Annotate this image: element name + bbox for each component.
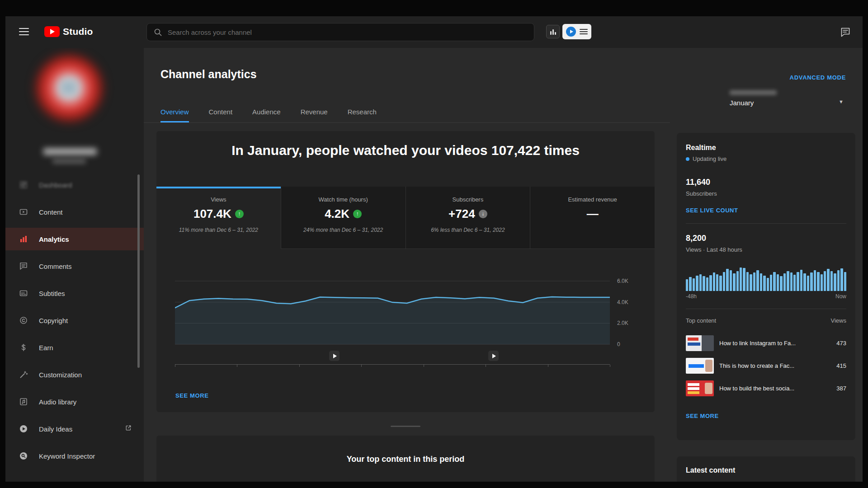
tab-revenue[interactable]: Revenue — [301, 101, 328, 122]
realtime-bar — [696, 276, 698, 291]
sidebar-item-label: Keyword Inspector — [39, 452, 95, 460]
arrow-up-circle-icon: ↑ — [353, 210, 362, 218]
realtime-bar — [733, 273, 735, 291]
sidebar-item-content[interactable]: Content — [5, 201, 144, 223]
feedback-icon[interactable] — [840, 27, 851, 39]
sidebar-item-keyword-inspector[interactable]: Keyword Inspector — [5, 445, 144, 467]
search-bar[interactable] — [146, 23, 534, 41]
channel-subtitle-redacted — [52, 159, 86, 164]
sidebar-item-comments[interactable]: Comments — [5, 255, 144, 277]
sidebar-item-earn[interactable]: Earn — [5, 336, 144, 359]
realtime-subscribers-value: 11,640 — [686, 178, 846, 187]
copyright-icon — [19, 316, 28, 325]
tab-content[interactable]: Content — [209, 101, 233, 122]
arrow-down-circle-icon: ↓ — [479, 210, 487, 218]
sidebar-item-label: Subtitles — [39, 290, 65, 297]
realtime-bar — [736, 271, 739, 291]
sidebar-item-analytics[interactable]: Analytics — [5, 228, 144, 250]
stats-extension-icon[interactable] — [546, 25, 560, 38]
customization-icon — [19, 370, 28, 379]
realtime-bar — [726, 269, 728, 291]
realtime-bar — [753, 272, 755, 291]
list-item[interactable]: This is how to create a Fac... 415 — [686, 356, 846, 375]
realtime-bar — [746, 272, 749, 291]
extension-menu-icon[interactable] — [580, 28, 588, 36]
sidebar-item-dashboard[interactable]: Dashboard — [5, 174, 144, 196]
realtime-bar — [824, 271, 826, 291]
realtime-bar — [827, 269, 829, 291]
realtime-axis-labels: -48h Now — [686, 293, 846, 300]
video-published-marker[interactable] — [329, 351, 340, 361]
app-window: Studio — [5, 16, 863, 482]
realtime-bar — [740, 267, 742, 291]
date-range-selector[interactable]: January ▼ — [730, 90, 844, 107]
see-more-link[interactable]: SEE MORE — [175, 392, 208, 399]
sidebar-item-audio-library[interactable]: Audio library — [5, 390, 144, 413]
metric-views[interactable]: Views 107.4K ↑ 11% more than Dec 6 – 31,… — [156, 187, 281, 249]
chevron-down-icon: ▼ — [839, 93, 844, 104]
y-tick-label: 0 — [617, 341, 620, 347]
live-dot-icon — [686, 157, 689, 161]
divider — [686, 223, 846, 224]
realtime-bar — [743, 268, 745, 291]
sidebar-item-subtitles[interactable]: Subtitles — [5, 282, 144, 305]
tab-overview[interactable]: Overview — [160, 101, 189, 122]
realtime-bar — [787, 271, 789, 291]
realtime-bar — [800, 270, 802, 291]
realtime-bar — [689, 277, 691, 291]
studio-wordmark: Studio — [63, 26, 93, 37]
video-published-marker[interactable] — [488, 351, 499, 361]
video-thumbnail — [686, 335, 714, 351]
advanced-mode-link[interactable]: ADVANCED MODE — [790, 74, 846, 81]
realtime-bar — [703, 276, 705, 291]
see-live-count-link[interactable]: SEE LIVE COUNT — [686, 207, 738, 214]
metric-estimated-revenue[interactable]: Estimated revenue — — [530, 187, 655, 249]
realtime-bar — [709, 275, 712, 291]
latest-content-title: Latest content — [686, 466, 846, 474]
metric-subscribers[interactable]: Subscribers +724 ↓ 6% less than Dec 6 – … — [406, 187, 530, 249]
sidebar-menu: Dashboard Content Analytics — [5, 174, 144, 472]
channel-avatar-center — [61, 80, 77, 95]
sidebar-item-customization[interactable]: Customization — [5, 363, 144, 386]
list-item[interactable]: How to build the best socia... 387 — [686, 378, 846, 398]
tab-research[interactable]: Research — [348, 101, 377, 122]
realtime-bar — [693, 278, 695, 291]
realtime-bar — [807, 276, 809, 291]
realtime-bar — [830, 271, 833, 291]
tab-audience[interactable]: Audience — [252, 101, 281, 122]
audio-library-icon — [19, 397, 28, 406]
sidebar-item-label: Analytics — [39, 235, 69, 243]
youtube-studio-logo[interactable]: Studio — [44, 26, 93, 37]
keyword-inspector-icon — [19, 451, 28, 460]
realtime-bar — [793, 275, 796, 291]
metric-watch-time[interactable]: Watch time (hours) 4.2K ↑ 24% more than … — [281, 187, 406, 249]
realtime-bar — [713, 272, 715, 291]
summary-headline: In January, people watched your videos 1… — [156, 143, 655, 158]
sidebar-item-label: Audio library — [39, 398, 76, 406]
y-tick-label: 2.0K — [617, 320, 628, 326]
realtime-subscribers-label: Subscribers — [686, 190, 846, 197]
sidebar-item-copyright[interactable]: Copyright — [5, 309, 144, 332]
realtime-bar — [699, 274, 702, 291]
menu-button[interactable] — [19, 28, 29, 36]
realtime-bar — [773, 272, 775, 291]
metric-tabs: Views 107.4K ↑ 11% more than Dec 6 – 31,… — [156, 187, 655, 249]
sidebar-item-daily-ideas[interactable]: Daily Ideas — [5, 418, 144, 440]
page-title: Channel analytics — [160, 68, 257, 81]
realtime-bar — [719, 276, 722, 291]
search-input[interactable] — [168, 28, 528, 36]
realtime-bar — [723, 272, 725, 291]
sidebar-item-label: Earn — [39, 344, 53, 352]
sidebar-scrollbar[interactable] — [137, 174, 140, 368]
realtime-bar — [760, 273, 762, 291]
app-body: Dashboard Content Analytics — [5, 48, 863, 482]
realtime-views-label: Views · Last 48 hours — [686, 246, 846, 253]
see-more-link[interactable]: SEE MORE — [686, 413, 719, 419]
realtime-bar-chart — [686, 267, 846, 291]
realtime-bar — [790, 272, 793, 291]
extension-badge-icon[interactable] — [566, 27, 576, 37]
metric-value: — — [587, 207, 599, 221]
top-content-list: How to link Instagram to Fa... 473 This … — [686, 333, 846, 398]
list-item[interactable]: How to link Instagram to Fa... 473 — [686, 333, 846, 353]
realtime-status: Updating live — [686, 155, 846, 162]
